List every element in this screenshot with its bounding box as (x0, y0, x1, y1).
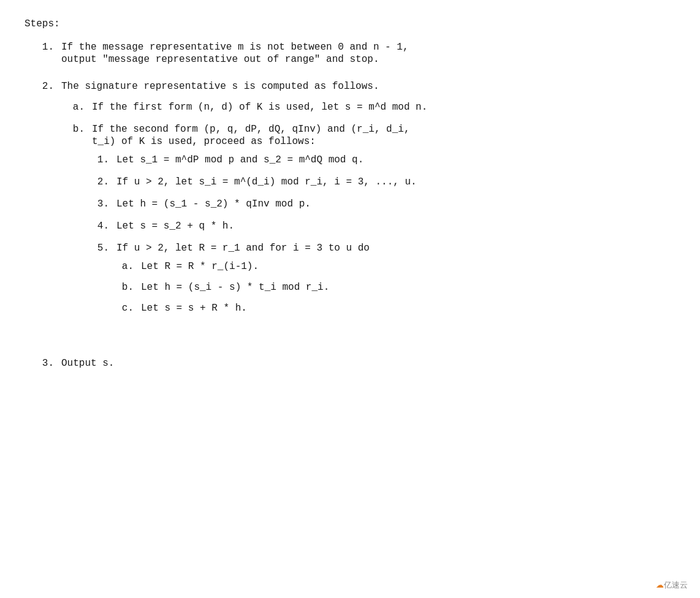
sub-item: a.If the first form (n, d) of K is used,… (61, 102, 675, 114)
nested-list: 1.Let s_1 = m^dP mod p and s_2 = m^dQ mo… (92, 154, 675, 324)
nested-item: 5.If u > 2, let R = r_1 and for i = 3 to… (92, 243, 675, 324)
nested-item: 4.Let s = s_2 + q * h. (92, 221, 675, 233)
nested-number: 4. (92, 221, 116, 233)
deep-text-line: Let R = R * r_(i-1). (141, 261, 675, 272)
step-number: 3. (25, 358, 61, 370)
deep-content: Let s = s + R * h. (141, 303, 675, 315)
deep-text-line: Let s = s + R * h. (141, 303, 675, 314)
nested-item: 3.Let h = (s_1 - s_2) * qInv mod p. (92, 199, 675, 211)
sub-item: b.If the second form (p, q, dP, dQ, qInv… (61, 124, 675, 333)
nested-content: Let s = s_2 + q * h. (116, 221, 675, 233)
sub-content: If the first form (n, d) of K is used, l… (92, 102, 675, 114)
step-content: The signature representative s is comput… (61, 81, 675, 343)
steps-heading: Steps: (25, 18, 675, 29)
main-list: 1.If the message representative m is not… (25, 42, 675, 370)
deep-item: b.Let h = (s_i - s) * t_i mod r_i. (116, 282, 675, 294)
step-item: 3.Output s. (25, 358, 675, 370)
deep-label: b. (116, 282, 141, 294)
step-content: Output s. (61, 358, 675, 370)
step-item: 2.The signature representative s is comp… (25, 81, 675, 343)
deep-item: a.Let R = R * r_(i-1). (116, 261, 675, 273)
nested-item: 2.If u > 2, let s_i = m^(d_i) mod r_i, i… (92, 176, 675, 189)
deep-list: a.Let R = R * r_(i-1).b.Let h = (s_i - s… (116, 261, 675, 315)
deep-content: Let R = R * r_(i-1). (141, 261, 675, 273)
nested-content: Let h = (s_1 - s_2) * qInv mod p. (116, 199, 675, 211)
step-text-line: Output s. (61, 358, 675, 369)
nested-content: Let s_1 = m^dP mod p and s_2 = m^dQ mod … (116, 154, 675, 167)
sub-label: b. (61, 124, 92, 333)
nested-item: 1.Let s_1 = m^dP mod p and s_2 = m^dQ mo… (92, 154, 675, 167)
step-number: 2. (25, 81, 61, 343)
nested-number: 2. (92, 176, 116, 189)
deep-item: c.Let s = s + R * h. (116, 303, 675, 315)
sub-text-line: If the second form (p, q, dP, dQ, qInv) … (92, 124, 675, 135)
nested-text-line: Let s = s_2 + q * h. (116, 221, 675, 232)
step-item: 1.If the message representative m is not… (25, 42, 675, 66)
step-number: 1. (25, 42, 61, 66)
deep-content: Let h = (s_i - s) * t_i mod r_i. (141, 282, 675, 294)
nested-content: If u > 2, let R = r_1 and for i = 3 to u… (116, 243, 675, 324)
watermark-icon: ☁ (656, 580, 664, 589)
nested-number: 3. (92, 199, 116, 211)
nested-number: 1. (92, 154, 116, 167)
deep-text-line: Let h = (s_i - s) * t_i mod r_i. (141, 282, 675, 293)
sub-text-line: If the first form (n, d) of K is used, l… (92, 102, 675, 113)
step-text-line: output "message representative out of ra… (61, 54, 675, 65)
sub-list: a.If the first form (n, d) of K is used,… (61, 102, 675, 333)
step-text-line: The signature representative s is comput… (61, 81, 675, 92)
deep-label: c. (116, 303, 141, 315)
sub-content: If the second form (p, q, dP, dQ, qInv) … (92, 124, 675, 333)
watermark-text: 亿速云 (664, 580, 688, 589)
nested-number: 5. (92, 243, 116, 324)
sub-label: a. (61, 102, 92, 114)
step-content: If the message representative m is not b… (61, 42, 675, 66)
deep-label: a. (116, 261, 141, 273)
nested-content: If u > 2, let s_i = m^(d_i) mod r_i, i =… (116, 176, 675, 189)
step-text-line: If the message representative m is not b… (61, 42, 675, 53)
sub-text-line: t_i) of K is used, proceed as follows: (92, 136, 675, 147)
watermark: ☁亿速云 (656, 580, 688, 591)
nested-text-line: If u > 2, let s_i = m^(d_i) mod r_i, i =… (116, 176, 675, 187)
nested-text-line: Let h = (s_1 - s_2) * qInv mod p. (116, 199, 675, 210)
nested-text-line: Let s_1 = m^dP mod p and s_2 = m^dQ mod … (116, 154, 675, 165)
nested-text-line: If u > 2, let R = r_1 and for i = 3 to u… (116, 243, 675, 254)
